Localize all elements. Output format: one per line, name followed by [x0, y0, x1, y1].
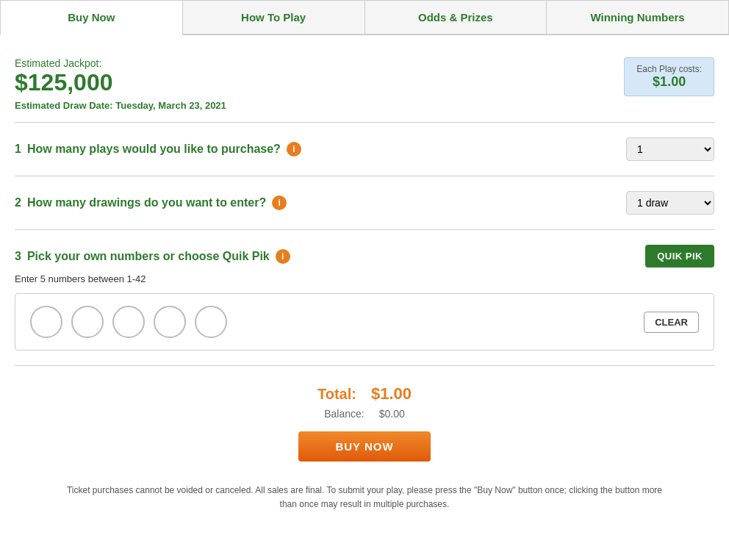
play-cost-amount: $1.00 [636, 74, 702, 90]
header-info: Estimated Jackpot: $125,000 Estimated Dr… [15, 50, 714, 122]
section-drawings: 2 How many drawings do you want to enter… [15, 176, 714, 230]
section3-number: 3 [15, 250, 21, 263]
balance-row: Balance: $0.00 [15, 408, 714, 420]
drawings-dropdown[interactable]: 1 draw 2 draws 3 draws 4 draws 5 draws [626, 191, 714, 215]
buy-now-button[interactable]: BUY NOW [298, 431, 430, 462]
number-circle-4[interactable] [154, 306, 186, 338]
section3-question: Pick your own numbers or choose Quik Pik [27, 250, 270, 263]
total-label: Total: [317, 386, 356, 403]
section2-info-icon[interactable]: i [272, 195, 287, 210]
section2-question: How many drawings do you want to enter? [27, 196, 266, 209]
quik-pik-button[interactable]: QUIK PIK [645, 245, 714, 268]
tabs-nav: Buy Now How To Play Odds & Prizes Winnin… [0, 0, 729, 35]
clear-button[interactable]: CLEAR [644, 312, 699, 333]
pick-subtitle: Enter 5 numbers between 1-42 [15, 273, 714, 284]
jackpot-amount: $125,000 [15, 69, 226, 96]
number-circle-3[interactable] [112, 306, 145, 338]
tab-buy-now[interactable]: Buy Now [0, 0, 183, 35]
tab-odds-prizes[interactable]: Odds & Prizes [365, 0, 547, 34]
draw-date: Estimated Draw Date: Tuesday, March 23, … [15, 100, 226, 111]
section1-question: How many plays would you like to purchas… [27, 143, 281, 156]
total-amount: $1.00 [371, 384, 412, 403]
jackpot-info: Estimated Jackpot: $125,000 Estimated Dr… [15, 57, 226, 111]
total-row: Total: $1.00 [15, 384, 714, 403]
draw-date-value: Tuesday, March 23, 2021 [115, 100, 226, 111]
draw-date-label: Estimated Draw Date: [15, 100, 113, 111]
section1-info-icon[interactable]: i [287, 142, 301, 157]
tab-winning-numbers[interactable]: Winning Numbers [547, 0, 729, 34]
number-circle-5[interactable] [195, 306, 227, 338]
section3-label: 3 Pick your own numbers or choose Quik P… [15, 249, 290, 264]
number-circles [30, 306, 227, 338]
play-cost-label: Each Play costs: [636, 64, 702, 74]
section2-control: 1 draw 2 draws 3 draws 4 draws 5 draws [626, 191, 714, 215]
section-pick-numbers: 3 Pick your own numbers or choose Quik P… [15, 230, 714, 366]
tab-how-to-play[interactable]: How To Play [183, 0, 365, 34]
pick-header: 3 Pick your own numbers or choose Quik P… [15, 245, 714, 268]
number-circles-container: CLEAR [15, 293, 714, 351]
disclaimer: Ticket purchases cannot be voided or can… [15, 473, 714, 526]
section2-label: 2 How many drawings do you want to enter… [15, 195, 287, 210]
plays-dropdown[interactable]: 1 2 3 4 5 [626, 137, 714, 161]
section1-control: 1 2 3 4 5 [626, 137, 714, 161]
balance-amount: $0.00 [379, 408, 405, 420]
number-circle-1[interactable] [30, 306, 62, 338]
main-content: Estimated Jackpot: $125,000 Estimated Dr… [0, 35, 729, 526]
section1-number: 1 [15, 143, 21, 156]
section2-number: 2 [15, 196, 21, 209]
number-circle-2[interactable] [71, 306, 104, 338]
section-plays: 1 How many plays would you like to purch… [15, 123, 714, 176]
total-section: Total: $1.00 Balance: $0.00 BUY NOW [15, 366, 714, 473]
section1-label: 1 How many plays would you like to purch… [15, 142, 301, 157]
balance-label: Balance: [324, 408, 364, 420]
section3-info-icon[interactable]: i [276, 249, 290, 264]
jackpot-label: Estimated Jackpot: [15, 57, 226, 69]
play-cost-box: Each Play costs: $1.00 [624, 57, 714, 96]
